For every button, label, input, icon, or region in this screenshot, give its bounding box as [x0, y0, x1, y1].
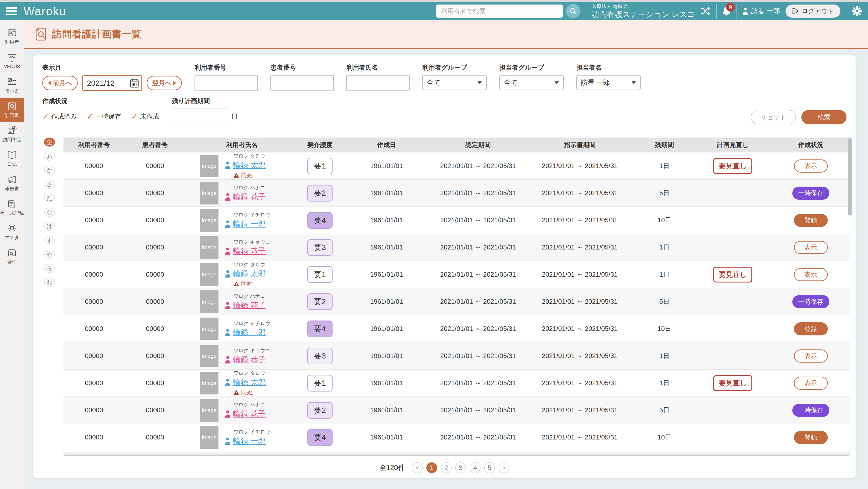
notifications-button[interactable]: 9: [722, 6, 731, 16]
staff-name-select[interactable]: 訪看 一郎: [576, 75, 641, 90]
notification-count-badge: 9: [726, 3, 735, 11]
kana-filter-item[interactable]: ま: [44, 236, 55, 245]
staff-group-select[interactable]: 全て: [499, 75, 564, 90]
status-button[interactable]: 登録: [794, 214, 828, 227]
user-name-link[interactable]: 輪録 一郎: [233, 327, 266, 338]
previous-month-button[interactable]: 前月へ: [42, 76, 78, 90]
status-button[interactable]: 表示: [794, 377, 828, 390]
vertical-scrollbar[interactable]: [848, 138, 852, 215]
sidebar-item-master[interactable]: マスタ: [0, 220, 24, 244]
current-user[interactable]: 訪看 一郎: [742, 6, 780, 16]
user-name-link[interactable]: 輪録 花子: [233, 192, 266, 202]
cell-order-period: 2021/01/01 ～ 2021/05/31: [524, 297, 635, 306]
status-button[interactable]: 表示: [794, 160, 828, 173]
cell-patient-number: 00000: [124, 434, 185, 441]
pagination-page-5[interactable]: 5: [484, 462, 495, 473]
remaining-period-input[interactable]: [172, 109, 228, 124]
patient-number-input[interactable]: [271, 75, 334, 91]
sidebar-item-instructions[interactable]: 指示書: [0, 73, 24, 98]
status-button[interactable]: 表示: [794, 268, 828, 281]
search-button[interactable]: [566, 4, 580, 18]
user-name-kana: ワロク キョウコ: [234, 239, 271, 246]
reset-button[interactable]: リセット: [751, 110, 796, 124]
sidebar-item-admin[interactable]: 管理: [0, 244, 24, 269]
status-button[interactable]: 登録: [794, 322, 828, 336]
divider: [846, 4, 846, 19]
status-button[interactable]: 表示: [794, 349, 828, 363]
check-icon: ✓: [131, 112, 138, 120]
user-name-link[interactable]: 輪録 花子: [233, 300, 266, 311]
next-month-button[interactable]: 翌月へ: [147, 76, 182, 90]
cell-patient-number: 00000: [124, 379, 185, 387]
calendar-icon[interactable]: [130, 78, 139, 88]
sidebar-item-users[interactable]: 利用者: [0, 24, 24, 49]
switch-station-button[interactable]: [701, 6, 711, 16]
cell-order-period: 2021/01/01 ～ 2021/05/31: [524, 324, 635, 334]
status-button[interactable]: 一時保存: [792, 404, 829, 417]
user-name-link[interactable]: 輪録 一郎: [233, 436, 266, 446]
check-icon: ✓: [87, 112, 94, 120]
user-name-link[interactable]: 輪録 花子: [233, 409, 266, 419]
horizontal-scrollbar[interactable]: [63, 451, 850, 456]
admin-wrench-icon: [7, 248, 17, 257]
cell-order-period: 2021/01/01 ～ 2021/05/31: [524, 189, 635, 198]
pagination-page-1[interactable]: 1: [426, 462, 437, 473]
care-plan-table: 利用者番号 患者番号 利用者氏名 要介護度 作成日 認定期間 指示書期間 残期間…: [63, 138, 850, 456]
kana-filter-item[interactable]: た: [44, 194, 55, 203]
sidebar-item-journal[interactable]: 日誌: [0, 147, 24, 171]
kana-filter-item[interactable]: や: [44, 250, 55, 259]
checkbox-temp-saved[interactable]: ✓一時保存: [87, 112, 121, 121]
user-name-link[interactable]: 輪録 太郎: [233, 268, 266, 279]
cell-certification-period: 2021/01/01 ～ 2021/05/31: [432, 406, 524, 415]
logout-button[interactable]: ログアウト: [785, 4, 840, 18]
kana-filter-all[interactable]: 全: [44, 138, 55, 147]
user-group-select[interactable]: 全て: [422, 75, 487, 90]
pagination-page-2[interactable]: 2: [441, 462, 452, 473]
hamburger-menu-icon[interactable]: [6, 7, 17, 15]
user-name-input[interactable]: [346, 75, 410, 91]
user-name-kana: ワロク タロウ: [234, 261, 266, 268]
pagination-prev-button[interactable]: <: [412, 462, 423, 473]
user-name-link[interactable]: 輪録 一郎: [233, 219, 266, 229]
kana-filter-item[interactable]: は: [44, 222, 55, 231]
pagination-page-4[interactable]: 4: [470, 462, 480, 473]
cell-user-number: 00000: [63, 352, 124, 359]
sidebar-item-case-records[interactable]: ケース記録: [0, 195, 24, 220]
checklist-document-icon: [7, 77, 17, 86]
status-button[interactable]: 表示: [794, 241, 828, 254]
status-button[interactable]: 一時保存: [792, 295, 829, 308]
sidebar-item-care-plans[interactable]: 計画書: [0, 98, 24, 122]
settings-button[interactable]: [852, 6, 862, 16]
cell-remaining-period: 10日: [635, 433, 694, 442]
checkbox-not-created[interactable]: ✓未作成: [131, 112, 159, 121]
sidebar-item-label: 管理: [7, 259, 17, 265]
kana-filter-item[interactable]: さ: [44, 180, 55, 189]
review-badge: 要見直し: [713, 375, 752, 391]
kana-filter-item[interactable]: わ: [44, 278, 55, 287]
filter-search-button[interactable]: 検索: [801, 110, 846, 124]
pagination-page-3[interactable]: 3: [455, 462, 466, 473]
user-name-link[interactable]: 輪録 太郎: [233, 160, 266, 170]
cell-remaining-period: 1日: [635, 243, 694, 252]
checkbox-created[interactable]: ✓作成済み: [42, 112, 77, 121]
cell-patient-number: 00000: [124, 352, 185, 359]
user-search-input[interactable]: [436, 4, 563, 18]
user-name-link[interactable]: 輪録 恭子: [233, 354, 266, 365]
user-name-link[interactable]: 輪録 恭子: [233, 246, 266, 256]
pagination-next-button[interactable]: >: [499, 462, 509, 473]
sidebar-item-visit-schedule[interactable]: 訪問予定: [0, 122, 24, 147]
user-name-kana: ワロク イチロウ: [234, 320, 271, 327]
kana-filter-item[interactable]: な: [44, 208, 55, 217]
kana-filter-item[interactable]: あ: [44, 151, 55, 161]
kana-filter-item[interactable]: ら: [44, 264, 55, 273]
cell-user-number: 00000: [63, 162, 124, 170]
status-button[interactable]: 一時保存: [792, 186, 829, 200]
user-name-link[interactable]: 輪録 太郎: [233, 377, 266, 387]
sidebar-item-label: 日誌: [7, 161, 17, 167]
user-number-input[interactable]: [194, 75, 258, 91]
table-row: 00000 00000 image ワロク ハナコ 輪録 花子 要2 1961/…: [63, 288, 850, 315]
sidebar-item-reports[interactable]: 報告書: [0, 171, 24, 195]
status-button[interactable]: 登録: [794, 431, 828, 444]
kana-filter-item[interactable]: か: [44, 166, 55, 175]
sidebar-item-venus[interactable]: VENUS: [0, 49, 24, 73]
